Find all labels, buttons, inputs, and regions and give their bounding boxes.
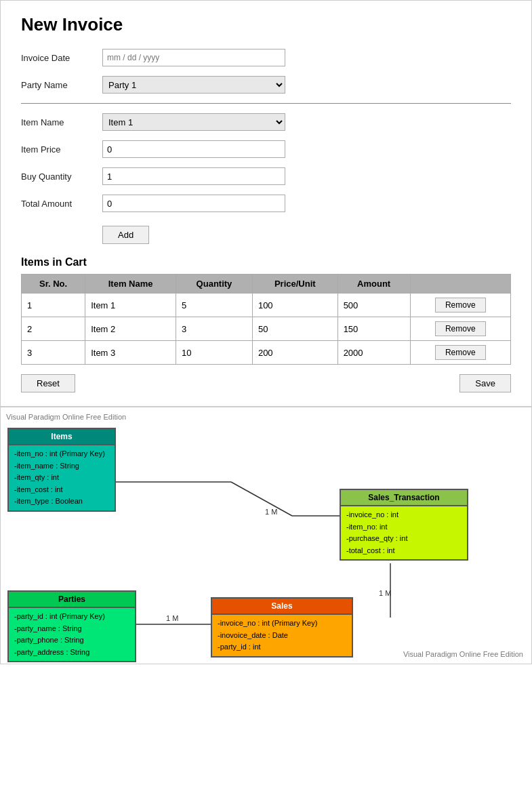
bottom-buttons: Reset Save [21,374,511,392]
erd-parties-field-2: -party_name : String [14,623,129,635]
rel-label-1m-items-st: 1 M [265,508,277,516]
buy-quantity-input[interactable] [102,167,285,185]
erd-entity-parties: Parties -party_id : int (Primary Key) -p… [7,590,136,662]
erd-sales-field-2: -inovoice_date : Date [218,630,346,642]
erd-parties-field-1: -party_id : int (Primary Key) [14,611,129,623]
cell-sr: 1 [22,294,85,317]
cell-sr: 3 [22,341,85,365]
cell-remove: Remove [410,317,510,341]
erd-watermark-top: Visual Paradigm Online Free Edition [6,413,126,421]
cell-remove: Remove [410,294,510,317]
cell-amount: 2000 [337,341,410,365]
add-button[interactable]: Add [102,226,149,244]
cart-table-header-row: Sr. No. Item Name Quantity Price/Unit Am… [22,275,511,294]
reset-button[interactable]: Reset [21,374,75,392]
party-name-select[interactable]: Party 1 Party 2 Party 3 [102,76,285,94]
erd-items-field-1: -item_no : int (Primary Key) [14,448,109,460]
col-action [410,275,510,294]
cell-item-name: Item 2 [85,317,176,341]
erd-parties-body: -party_id : int (Primary Key) -party_nam… [9,608,135,661]
item-name-select[interactable]: Item 1 Item 2 Item 3 [102,113,285,131]
erd-entity-items: Items -item_no : int (Primary Key) -item… [7,428,116,512]
cell-sr: 2 [22,317,85,341]
buy-quantity-row: Buy Quantity [21,167,511,185]
erd-st-body: -invoice_no : int -item_no: int -purchas… [341,506,467,559]
cell-price: 50 [252,317,337,341]
col-item-name: Item Name [85,275,176,294]
remove-button-1[interactable]: Remove [435,298,486,312]
erd-items-field-3: -item_qty : int [14,472,109,484]
erd-parties-field-3: -party_phone : String [14,634,129,647]
item-name-row: Item Name Item 1 Item 2 Item 3 [21,113,511,131]
cell-quantity: 3 [176,317,253,341]
cell-amount: 500 [337,294,410,317]
cell-price: 200 [252,341,337,365]
erd-watermark-bottom: Visual Paradigm Online Free Edition [403,650,523,658]
cell-price: 100 [252,294,337,317]
table-row: 1 Item 1 5 100 500 Remove [22,294,511,317]
erd-parties-header: Parties [9,592,135,608]
erd-st-field-3: -purchase_qty : int [346,533,462,545]
cell-quantity: 5 [176,294,253,317]
col-sr-no: Sr. No. [22,275,85,294]
invoice-panel: New Invoice Invoice Date Party Name Part… [0,0,532,407]
erd-st-field-1: -invoice_no : int [346,509,462,521]
cell-quantity: 10 [176,341,253,365]
erd-sales-field-1: -invoice_no : int (Primary Key) [218,618,346,630]
save-button[interactable]: Save [459,374,511,392]
cell-item-name: Item 1 [85,294,176,317]
section-divider [21,103,511,104]
erd-items-header: Items [9,429,115,445]
erd-items-body: -item_no : int (Primary Key) -item_name … [9,445,115,510]
erd-entity-sales-transaction: Sales_Transaction -invoice_no : int -ite… [340,489,468,561]
erd-entity-sales: Sales -invoice_no : int (Primary Key) -i… [211,597,353,658]
cell-item-name: Item 3 [85,341,176,365]
item-price-input[interactable] [102,140,285,158]
erd-st-field-4: -total_cost : int [346,545,462,557]
cell-remove: Remove [410,341,510,365]
page-title: New Invoice [21,14,511,35]
erd-st-field-2: -item_no: int [346,521,462,533]
table-row: 3 Item 3 10 200 2000 Remove [22,341,511,365]
erd-sales-header: Sales [212,599,352,615]
erd-items-field-5: -item_type : Boolean [14,496,109,508]
table-row: 2 Item 2 3 50 150 Remove [22,317,511,341]
svg-line-1 [231,482,292,516]
invoice-date-label: Invoice Date [21,53,102,63]
total-amount-row: Total Amount [21,195,511,212]
remove-button-2[interactable]: Remove [435,321,486,336]
item-price-row: Item Price [21,140,511,158]
cart-title: Items in Cart [21,256,511,268]
erd-sales-field-3: -party_id : int [218,641,346,653]
erd-sales-body: -invoice_no : int (Primary Key) -inovoic… [212,615,352,656]
total-amount-input[interactable] [102,195,285,212]
erd-parties-field-4: -party_address : String [14,647,129,659]
erd-items-field-2: -item_name : String [14,460,109,472]
invoice-date-row: Invoice Date [21,49,511,66]
erd-items-field-4: -item_cost : int [14,484,109,496]
total-amount-label: Total Amount [21,199,102,209]
rel-label-1m-st-sales: 1 M [379,589,391,597]
party-name-row: Party Name Party 1 Party 2 Party 3 [21,76,511,94]
col-quantity: Quantity [176,275,253,294]
cart-table: Sr. No. Item Name Quantity Price/Unit Am… [21,274,511,365]
erd-st-header: Sales_Transaction [341,490,467,506]
invoice-date-input[interactable] [102,49,285,66]
buy-quantity-label: Buy Quantity [21,171,102,182]
cell-amount: 150 [337,317,410,341]
remove-button-3[interactable]: Remove [435,345,486,360]
rel-label-1m-parties-sales: 1 M [166,614,178,622]
col-amount: Amount [337,275,410,294]
col-price-unit: Price/Unit [252,275,337,294]
item-price-label: Item Price [21,144,102,155]
erd-panel: Visual Paradigm Online Free Edition 1 M … [0,407,532,664]
item-name-label: Item Name [21,117,102,127]
party-name-label: Party Name [21,80,102,90]
